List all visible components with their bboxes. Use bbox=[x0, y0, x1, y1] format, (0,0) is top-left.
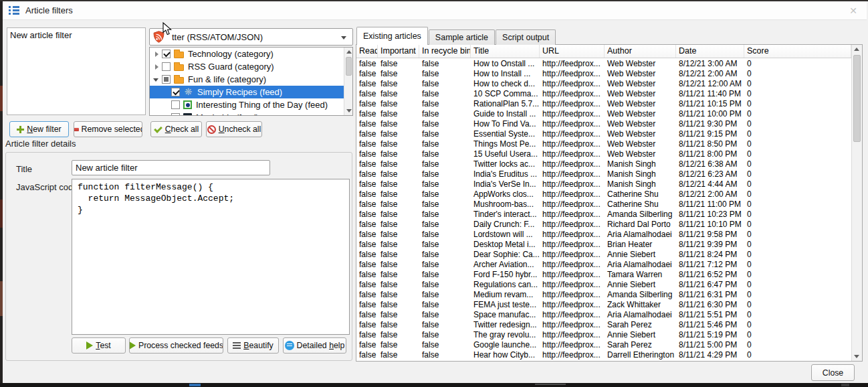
detailed-help-button[interactable]: Detailed help bbox=[283, 337, 346, 354]
scroll-down-icon[interactable] bbox=[852, 352, 862, 361]
feed-checkbox[interactable] bbox=[171, 88, 180, 96]
article-row[interactable]: falsefalsefalseTinder's interact...http:… bbox=[356, 210, 851, 220]
article-cell: India's VerSe In... bbox=[471, 179, 540, 189]
feed-tree-item[interactable]: Simply Recipes (feed) bbox=[150, 86, 352, 98]
article-cell: Mushroom-bas... bbox=[471, 200, 540, 210]
javascript-code-editor[interactable]: function filterMessage() { return Messag… bbox=[72, 179, 350, 335]
column-header-date[interactable]: Date bbox=[676, 45, 744, 58]
article-cell: Amanda Silberling bbox=[605, 290, 676, 300]
chevron-right-icon[interactable] bbox=[152, 63, 160, 71]
feed-checkbox[interactable] bbox=[171, 113, 180, 116]
article-filters-list[interactable]: New article filter bbox=[7, 27, 146, 115]
feed-checkbox[interactable] bbox=[162, 62, 171, 71]
column-header-title[interactable]: Title bbox=[471, 45, 540, 58]
feed-tree-item[interactable]: Mashable (feed) bbox=[150, 111, 352, 116]
article-cell: http://feedprox... bbox=[540, 310, 605, 320]
article-row[interactable]: falsefalsefalseIndia's Eruditus ...http:… bbox=[356, 169, 851, 179]
article-row[interactable]: falsefalsefalseTwitter redesign...http:/… bbox=[356, 320, 851, 330]
article-row[interactable]: falsefalsefalseRationalPlan 5.7...http:/… bbox=[356, 99, 851, 109]
detailed-help-label: Detailed help bbox=[297, 341, 345, 350]
tab-sample-article[interactable]: Sample article bbox=[429, 29, 495, 45]
column-header-important[interactable]: Important bbox=[378, 45, 419, 58]
article-row[interactable]: falsefalsefalseHear how Cityb...http://f… bbox=[356, 350, 851, 360]
uncheck-all-button[interactable]: Uncheck all bbox=[206, 121, 262, 137]
close-label: Close bbox=[823, 368, 843, 378]
article-row[interactable]: falsefalsefalseDaily Crunch: F...http://… bbox=[356, 220, 851, 230]
article-row[interactable]: falsefalsefalseIndia's VerSe In...http:/… bbox=[356, 179, 851, 189]
article-row[interactable]: falsefalsefalseDesktop Metal i...http://… bbox=[356, 240, 851, 250]
article-row[interactable]: falsefalsefalse10 SCP Comma...http://fee… bbox=[356, 89, 851, 99]
article-row[interactable]: falsefalsefalseEssential Syste...http://… bbox=[356, 129, 851, 139]
feed-tree-item[interactable]: Interesting Thing of the Day (feed) bbox=[150, 98, 352, 111]
article-cell: false bbox=[356, 109, 378, 119]
article-row[interactable]: falsefalsefalseGuide to Install ...http:… bbox=[356, 109, 851, 119]
chevron-right-icon[interactable] bbox=[152, 50, 160, 58]
feed-tree[interactable]: Technology (category)RSS Guard (category… bbox=[149, 47, 353, 116]
article-cell: http://feedprox... bbox=[540, 149, 605, 159]
article-cell: 0 bbox=[744, 69, 851, 79]
process-checked-feeds-button[interactable]: Process checked feeds bbox=[129, 337, 223, 354]
column-header-read[interactable]: Read bbox=[356, 45, 378, 58]
article-row[interactable]: falsefalsefalseMedium revam...http://fee… bbox=[356, 290, 851, 300]
beautify-button[interactable]: Beautify bbox=[227, 337, 279, 354]
feed-tree-item[interactable]: RSS Guard (category) bbox=[150, 60, 352, 73]
article-cell: 0 bbox=[744, 129, 851, 139]
scrollbar-thumb[interactable] bbox=[853, 55, 861, 142]
check-all-button[interactable]: Check all bbox=[150, 121, 202, 137]
account-dropdown[interactable]: tter (RSS/ATOM/JSON) bbox=[149, 28, 353, 46]
article-row[interactable]: falsefalsefalseHow to check d...http://f… bbox=[356, 79, 851, 89]
mouse-cursor bbox=[162, 22, 172, 39]
column-header-score[interactable]: Score bbox=[744, 45, 851, 58]
article-row[interactable]: falsefalsefalseThe gray revolu...http://… bbox=[356, 330, 851, 340]
article-cell: false bbox=[356, 240, 378, 250]
test-button[interactable]: Test bbox=[72, 337, 126, 354]
scroll-up-icon[interactable] bbox=[852, 45, 862, 54]
close-button[interactable]: Close bbox=[811, 364, 855, 381]
feed-checkbox[interactable] bbox=[171, 100, 180, 109]
article-row[interactable]: falsefalsefalseAppWorks clos...http://fe… bbox=[356, 189, 851, 200]
article-cell: Desktop Metal i... bbox=[471, 240, 540, 250]
feed-tree-item[interactable]: Fun & life (category) bbox=[150, 73, 352, 86]
article-row[interactable]: falsefalsefalseFord F-150 hybr...http://… bbox=[356, 270, 851, 280]
tab-script-output[interactable]: Script output bbox=[496, 29, 556, 45]
article-row[interactable]: falsefalsefalseHow To Find Va...http://f… bbox=[356, 119, 851, 129]
feed-checkbox[interactable] bbox=[162, 50, 171, 58]
scroll-down-icon[interactable] bbox=[344, 106, 352, 115]
article-row[interactable]: falsefalsefalseDear Sophie: Ca...http://… bbox=[356, 250, 851, 260]
tab-existing-articles[interactable]: Existing articles bbox=[356, 27, 428, 45]
new-filter-button[interactable]: New filter bbox=[9, 121, 69, 137]
article-row[interactable]: falsefalsefalse15 Useful Usera...http://… bbox=[356, 149, 851, 159]
column-header-author[interactable]: Author bbox=[605, 45, 676, 58]
article-cell: India's Eruditus ... bbox=[471, 169, 540, 179]
feed-tree-scrollbar[interactable] bbox=[344, 48, 352, 115]
article-row[interactable]: falsefalsefalseRegulations can...http://… bbox=[356, 280, 851, 290]
article-cell: 0 bbox=[744, 340, 851, 350]
feed-tree-item[interactable]: Technology (category) bbox=[150, 48, 352, 60]
article-row[interactable]: falsefalsefalseHow to Install ...http://… bbox=[356, 69, 851, 79]
articles-table[interactable]: falsefalsefalseHow to Onstall ...http://… bbox=[356, 59, 851, 361]
article-row[interactable]: falsefalsefalseLordstown will ...http://… bbox=[356, 230, 851, 240]
scrollbar-thumb[interactable] bbox=[346, 57, 352, 76]
article-cell: 0 bbox=[744, 210, 851, 220]
column-header-in-recycle-bin[interactable]: In recycle bin bbox=[419, 45, 471, 58]
tab-label: Existing articles bbox=[363, 31, 421, 41]
remove-selected-button[interactable]: Remove selected bbox=[74, 121, 142, 137]
column-header-url[interactable]: URL bbox=[540, 45, 605, 58]
feed-checkbox[interactable] bbox=[162, 75, 171, 84]
article-cell: false bbox=[356, 350, 378, 360]
chevron-down-icon[interactable] bbox=[152, 76, 160, 84]
article-row[interactable]: falsefalsefalseMushroom-bas...http://fee… bbox=[356, 200, 851, 210]
article-row[interactable]: falsefalsefalseTwitter locks ac...http:/… bbox=[356, 159, 851, 169]
filter-title-input[interactable] bbox=[72, 160, 270, 175]
filter-list-item[interactable]: New article filter bbox=[7, 28, 145, 42]
article-row[interactable]: falsefalsefalseHow to Onstall ...http://… bbox=[356, 59, 851, 69]
scroll-up-icon[interactable] bbox=[344, 48, 352, 56]
article-cell: false bbox=[356, 99, 378, 109]
window-close-icon[interactable]: ✕ bbox=[849, 5, 857, 16]
articles-table-scrollbar[interactable] bbox=[851, 45, 862, 361]
article-row[interactable]: falsefalsefalseSpace manufac...http://fe… bbox=[356, 310, 851, 320]
article-row[interactable]: falsefalsefalseGoogle launche...http://f… bbox=[356, 340, 851, 350]
article-row[interactable]: falsefalsefalseArcher Aviation...http://… bbox=[356, 260, 851, 270]
article-row[interactable]: falsefalsefalseFEMA just teste...http://… bbox=[356, 300, 851, 310]
article-row[interactable]: falsefalsefalseThings Most Pe...http://f… bbox=[356, 139, 851, 149]
